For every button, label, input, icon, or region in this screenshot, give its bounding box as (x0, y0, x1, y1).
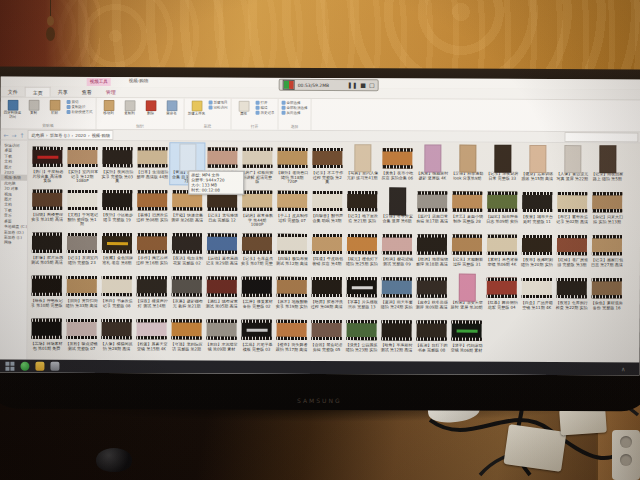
search-input[interactable] (564, 132, 638, 142)
file-item[interactable]: 【白盒】产品开箱空镜 第11期 4K (520, 274, 554, 315)
file-item[interactable]: 【原木】地板翻新实录 第19期 实拍 (275, 273, 309, 314)
recorder-window-button[interactable]: ▢ (369, 80, 375, 90)
tab-查看[interactable]: 查看 (75, 87, 99, 97)
recorder-stop-button[interactable]: ■ (360, 80, 366, 90)
breadcrumb[interactable]: 此电脑›新加卷 (J:)›2020›视频-购物 (28, 130, 114, 140)
file-item[interactable]: 【酒红】绒布背景测试 第05期 高清 (205, 272, 239, 313)
file-item[interactable]: 【暗调】地窖储物整理 第18期 高清 (415, 230, 449, 271)
nav-item[interactable]: 本地磁盘 (C:) (0, 224, 27, 230)
file-item[interactable]: 【暗房】胶卷冲洗过程 第06期 高清 (310, 273, 344, 314)
file-item[interactable]: 【夜巡】仓库例行检查 第22期 实拍 (555, 274, 589, 315)
breadcrumb-part[interactable]: 新加卷 (J:) (50, 132, 70, 137)
ribbon-button[interactable]: 历史记录 (256, 111, 275, 115)
file-item[interactable]: 【美食】夜市小吃探店 实拍合集 06 (380, 144, 414, 185)
file-item[interactable]: 【人像】楼梯间抓拍 第28期 高清 (99, 315, 133, 356)
ribbon-button[interactable]: 剪切 (67, 100, 93, 104)
computer-mouse[interactable] (96, 448, 132, 472)
ribbon-button[interactable]: 属性 (235, 100, 253, 117)
file-item[interactable]: 【记录】木工手作过程 完整版 第2集 (310, 144, 344, 185)
contextual-tab-video-tools[interactable]: 视频工具 (87, 78, 111, 86)
file-item[interactable]: 【布艺】窗帘改造记录 第02期 高清 (555, 188, 589, 229)
file-item[interactable]: 【记录】灰调室内随拍 完整版 23 (65, 229, 99, 270)
file-item[interactable]: 【夜拍】小区散步随录 完整版 19 (100, 186, 134, 227)
file-item[interactable]: 【夜市】收摊时刻随拍 第20期 实拍 (520, 231, 554, 272)
ribbon-button[interactable]: 全部选择 (282, 101, 308, 105)
file-item[interactable]: 【人像】窗边逆光写真 竖屏 第22期 (555, 145, 589, 186)
file-item[interactable]: 【夜读】台灯下的书桌 完整版 08 (414, 316, 448, 357)
file-item[interactable]: 【素材】米色背景空镜 第06期 4K (485, 231, 519, 272)
file-item[interactable]: 【记录】木箱翻新过程 完整版 31 (450, 231, 484, 272)
file-item[interactable]: 【米白】书桌改造记录 完整版 08 (100, 272, 134, 313)
ribbon-button[interactable]: 重命名 (163, 99, 181, 116)
file-item[interactable]: 【记录】雨夜回家路上 随拍 第5期 (590, 145, 624, 186)
ribbon-button[interactable]: 打开 (256, 101, 275, 105)
ribbon-button[interactable]: 固定到快速访问 (4, 99, 22, 120)
file-item[interactable]: 【黑场】转场素材包 第01期 免费 (29, 315, 63, 356)
ribbon-button[interactable]: 新建文件夹 (188, 99, 206, 116)
file-item[interactable]: 【皮衣】秋冬质感测评 第09期 高清 (415, 273, 449, 314)
file-item[interactable]: 【日常】生活随拍整理 高清版 44期 (135, 143, 169, 184)
file-item[interactable]: 【记录】仓库盘点实录 第07期 完整 (240, 230, 274, 271)
file-item[interactable]: 【暗角】车库延时测试 第12期 高清 (379, 316, 413, 357)
file-item[interactable]: 【手工】皮具制作过程 完整版 07 (275, 187, 309, 228)
file-item[interactable]: 【穹顶】老剧院探访 完整版 第2期 (169, 315, 203, 356)
file-item[interactable]: 【粉紫】渐变天空延时 竖屏 第30期 (450, 274, 484, 315)
file-item[interactable]: 【旅拍】老街巷口随拍 第18期 720P (275, 144, 309, 185)
ribbon-button[interactable]: 删除 (142, 99, 160, 116)
file-item[interactable]: 【杂色】素材混剪备份 完整版 16 (590, 274, 624, 315)
up-button[interactable]: ↑ (19, 131, 24, 138)
file-item[interactable]: 【灰白】水泥墙空镜 第09期 素材 (204, 315, 238, 356)
breadcrumb-part[interactable]: 2020 (75, 132, 86, 137)
file-item[interactable]: 【粉蓝】晨雾天空空镜 第15期 4K (134, 315, 168, 356)
ribbon-button[interactable]: 编辑 (256, 106, 275, 110)
file-item[interactable]: 【健身】居家训练跟练 第15期 高清 (520, 145, 554, 186)
file-item[interactable]: 【写真】室内人像光影 练习第41期 (345, 144, 379, 185)
ribbon-button[interactable]: 粘贴快捷方式 (67, 110, 93, 114)
ribbon-button[interactable]: 轻松访问 (209, 106, 228, 110)
ribbon-button[interactable]: 反向选择 (282, 111, 308, 115)
back-button[interactable]: ← (3, 131, 8, 138)
file-item[interactable]: 【穿搭】秋季通勤look 分享第9期 (450, 145, 484, 186)
ribbon-button[interactable]: 新建项目 (209, 101, 228, 105)
file-explorer-icon[interactable] (35, 362, 44, 371)
file-item[interactable]: 【实拍】室内日常记录 第12期 1080P (65, 143, 99, 184)
file-item[interactable]: 【房产】样板间实拍讲解 超清完整版 (240, 144, 274, 185)
file-item[interactable]: 【风景】晚霞延时摄影 竖屏版 4K (415, 144, 449, 185)
file-item[interactable]: 【白墙】极简布景测试 第12期 高清 (275, 230, 309, 271)
messenger-app-icon[interactable] (20, 362, 29, 371)
file-item[interactable]: 【合照】聚会纪念剪辑 完整版 05 (309, 316, 343, 357)
tab-文件[interactable]: 文件 (1, 87, 25, 97)
tray-chevron-icon[interactable]: ∧ (621, 365, 625, 372)
file-item[interactable]: 【木艺】桌面小物制作 完整版 28 (450, 188, 484, 229)
file-item[interactable]: 【深夜】楼道声控灯 测试 第14期 (135, 272, 169, 313)
file-item[interactable]: 【记录】深夜厨房日常 完整版 33 (485, 145, 519, 186)
file-item[interactable]: 【味道】牛皮纸包装铺 探店 第4期 (310, 230, 344, 271)
nav-item[interactable]: 网络 (0, 240, 27, 246)
ribbon-button[interactable]: 复制路径 (67, 105, 93, 109)
file-item[interactable]: 【夜景】城市天台延时 完整版 11 (520, 188, 554, 229)
file-item[interactable]: 【收藏】金色招牌巡礼 老店 第8期 (100, 229, 134, 270)
media-app-icon[interactable] (50, 362, 59, 371)
file-item[interactable]: 【杂记】周末大扫除 实拍 第13期 (590, 188, 624, 229)
file-item[interactable]: 【手作】陶艺拉坯过程 第16期 实拍 (135, 229, 169, 270)
file-item[interactable]: 【红砖】老厂房巡游 完整版 第3期 (555, 231, 589, 272)
file-item[interactable]: 【监控】店面日常剪辑 第17期 高清 (415, 187, 449, 228)
file-item[interactable]: 【红幕】舞台侧拍花絮 完整版 04 (485, 274, 519, 315)
file-item[interactable]: 【绿意】公园晨练随拍 第23期 实拍 (344, 316, 378, 357)
file-item[interactable]: 【粉调】樱花滤镜测试 完整版 09 (380, 230, 414, 271)
file-item[interactable]: 【穿搭】冬季外套合集 竖屏 第6期 (380, 187, 414, 228)
file-item[interactable]: 【实拍】夜间街拍实录 完整版 第03集 (100, 143, 134, 184)
breadcrumb-part[interactable]: 此电脑 (32, 132, 45, 137)
file-item[interactable]: 【运动】蓝衣晨跑记录 第29期 高清 (205, 229, 239, 270)
file-item[interactable]: 【黑底】片尾字幕模板 完整版 03 (239, 316, 273, 357)
file-item[interactable]: 【厨房】家常菜教学 第44期 1080P (240, 187, 274, 228)
file-item[interactable]: 【旧物】阁楼整理实录 第31期 高清 (30, 186, 64, 227)
file-item[interactable]: 【旧街】黄昏扫街随拍 第33期 高清 (65, 272, 99, 313)
file-item[interactable]: 【蓝调】雨天车窗随拍 第24期 实拍 (380, 273, 414, 314)
file-item[interactable]: 【装修】旧房改造过程 第08期 实拍 (135, 186, 169, 227)
file-item[interactable]: 【暖光】橙色灯下随拍 第25期 实拍 (345, 230, 379, 271)
ribbon-button[interactable]: 移动到 (100, 99, 118, 116)
start-button[interactable] (5, 362, 14, 371)
tab-管理[interactable]: 管理 (99, 87, 123, 97)
ribbon-button[interactable]: 复制到 (121, 99, 139, 116)
